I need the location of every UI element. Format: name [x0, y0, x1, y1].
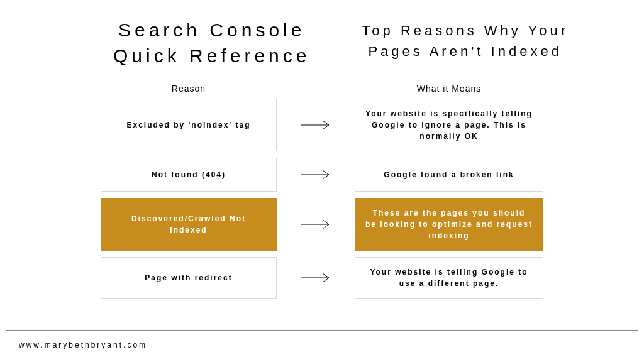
- reason-table: Excluded by 'noindex' tag Your website i…: [0, 99, 644, 299]
- header: Search ConsoleQuick Reference Top Reason…: [0, 0, 644, 69]
- table-row: Excluded by 'noindex' tag Your website i…: [101, 99, 543, 151]
- arrow-icon: [294, 198, 338, 251]
- column-header-meaning: What it Means: [355, 84, 543, 94]
- meaning-cell-highlighted: These are the pages you should be lookin…: [355, 198, 543, 251]
- reason-cell: Page with redirect: [101, 257, 277, 299]
- title-left: Search ConsoleQuick Reference: [113, 18, 310, 69]
- meaning-cell: Your website is specifically telling Goo…: [355, 99, 543, 151]
- title-right: Top Reasons Why YourPages Aren't Indexed: [362, 18, 569, 69]
- meaning-cell: Google found a broken link: [355, 158, 543, 192]
- footer-divider: [6, 330, 638, 331]
- reason-cell-highlighted: Discovered/Crawled Not Indexed: [101, 198, 277, 251]
- column-headers: Reason What it Means: [101, 69, 543, 99]
- reason-cell: Not found (404): [101, 158, 277, 192]
- arrow-icon: [294, 158, 338, 192]
- reason-cell: Excluded by 'noindex' tag: [101, 99, 277, 151]
- table-row: Page with redirect Your website is telli…: [101, 257, 543, 299]
- arrow-icon: [294, 257, 338, 299]
- column-header-reason: Reason: [101, 84, 277, 94]
- meaning-cell: Your website is telling Google to use a …: [355, 257, 543, 299]
- table-row: Discovered/Crawled Not Indexed These are…: [101, 198, 543, 251]
- arrow-icon: [294, 99, 338, 151]
- table-row: Not found (404) Google found a broken li…: [101, 158, 543, 192]
- footer-url: www.marybethbryant.com: [19, 341, 147, 349]
